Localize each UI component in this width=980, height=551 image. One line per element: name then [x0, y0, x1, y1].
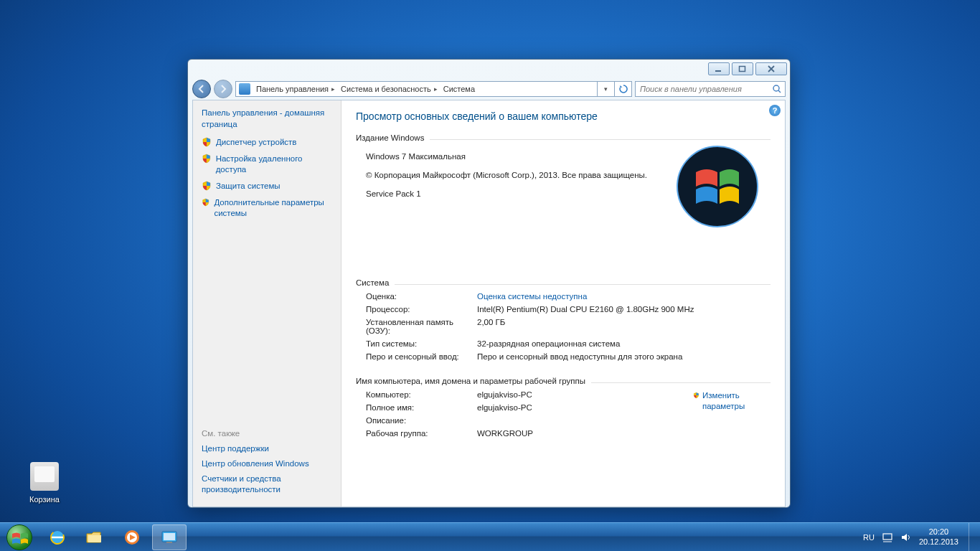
desktop: Корзина Панель управления Система и безо… — [0, 0, 980, 551]
type-value: 32-разрядная операционная система — [477, 339, 771, 348]
system-title: Система — [356, 278, 389, 287]
breadcrumb-group[interactable]: Система и безопасность — [338, 82, 440, 96]
show-desktop-button[interactable] — [969, 523, 977, 552]
folder-icon — [85, 529, 105, 546]
breadcrumb-root[interactable]: Панель управления — [253, 82, 338, 96]
windows-edition-section: Издание Windows Windows 7 Максимальная ©… — [356, 133, 771, 270]
content-pane: ? Просмотр основных сведений о вашем ком… — [341, 100, 785, 507]
maximize-button[interactable] — [732, 62, 753, 75]
media-player-icon — [122, 529, 142, 546]
fullname-label: Полное имя: — [366, 403, 477, 412]
see-also-section: См. также Центр поддержки Центр обновлен… — [202, 429, 332, 499]
svg-rect-7 — [88, 535, 101, 542]
address-bar[interactable]: Панель управления Система и безопасность… — [235, 81, 632, 97]
taskbar-control-panel-button[interactable] — [152, 524, 187, 550]
taskbar: RU 20:20 20.12.2013 — [0, 522, 980, 551]
navigation-bar: Панель управления Система и безопасность… — [188, 78, 790, 100]
svg-rect-12 — [166, 542, 172, 543]
system-protection-link[interactable]: Защита системы — [202, 181, 332, 192]
clock-date: 20.12.2013 — [919, 537, 958, 547]
control-panel-home-link[interactable]: Панель управления - домашняя страница — [202, 108, 332, 130]
clock-time: 20:20 — [919, 527, 958, 537]
type-label: Тип системы: — [366, 339, 477, 348]
close-button[interactable] — [755, 62, 787, 75]
start-orb-icon — [6, 524, 32, 550]
back-button[interactable] — [192, 80, 211, 98]
taskbar-wmp-button[interactable] — [115, 524, 149, 550]
remote-settings-link[interactable]: Настройка удаленного доступа — [202, 154, 332, 175]
pen-value: Перо и сенсорный ввод недоступны для это… — [477, 352, 771, 361]
search-input[interactable] — [636, 85, 769, 93]
trash-icon — [30, 462, 59, 491]
system-window: Панель управления Система и безопасность… — [187, 59, 791, 508]
system-section: Система Оценка:Оценка системы недоступна… — [356, 278, 771, 368]
see-also-title: См. также — [202, 429, 332, 438]
device-manager-link[interactable]: Диспетчер устройств — [202, 137, 332, 148]
cpu-value: Intel(R) Pentium(R) Dual CPU E2160 @ 1.8… — [477, 305, 771, 314]
ie-icon — [47, 529, 67, 546]
help-icon[interactable]: ? — [769, 105, 781, 116]
start-button[interactable] — [0, 523, 39, 552]
change-settings-label: Изменить параметры — [702, 390, 755, 411]
change-settings-link[interactable]: Изменить параметры — [693, 390, 755, 411]
search-box[interactable] — [635, 81, 786, 97]
workgroup-value: WORKGROUP — [477, 429, 771, 438]
control-panel-icon — [239, 83, 250, 95]
recycle-bin-icon[interactable]: Корзина — [23, 462, 66, 505]
volume-tray-icon[interactable] — [900, 532, 912, 543]
action-center-link[interactable]: Центр поддержки — [202, 443, 332, 454]
computer-label: Компьютер: — [366, 390, 477, 399]
computer-name-section: Имя компьютера, имя домена и параметры р… — [356, 377, 771, 445]
system-tray: RU 20:20 20.12.2013 — [860, 523, 980, 551]
titlebar[interactable] — [188, 60, 790, 78]
pen-label: Перо и сенсорный ввод: — [366, 352, 477, 361]
system-protection-label: Защита системы — [216, 181, 281, 192]
windows-update-link[interactable]: Центр обновления Windows — [202, 458, 332, 469]
search-icon[interactable] — [769, 84, 785, 94]
shield-icon — [202, 154, 212, 164]
windows-logo-icon — [674, 143, 760, 230]
perfmon-link[interactable]: Счетчики и средства производительности — [202, 474, 332, 495]
minimize-button[interactable] — [708, 62, 730, 75]
shield-icon — [202, 181, 212, 191]
advanced-settings-link[interactable]: Дополнительные параметры системы — [202, 197, 332, 219]
svg-point-2 — [773, 85, 779, 91]
taskbar-ie-button[interactable] — [40, 524, 75, 550]
taskbar-explorer-button[interactable] — [77, 524, 112, 550]
language-indicator[interactable]: RU — [863, 533, 875, 542]
breadcrumb-page[interactable]: Система — [440, 82, 478, 96]
remote-settings-label: Настройка удаленного доступа — [216, 154, 332, 175]
advanced-settings-label: Дополнительные параметры системы — [214, 197, 332, 219]
forward-button[interactable] — [214, 80, 232, 98]
recycle-bin-label: Корзина — [29, 495, 60, 504]
desc-value — [477, 416, 771, 425]
system-icon — [159, 529, 179, 546]
rating-value-link[interactable]: Оценка системы недоступна — [477, 292, 771, 301]
refresh-button[interactable] — [614, 82, 631, 96]
sidebar: Панель управления - домашняя страница Ди… — [193, 100, 341, 507]
svg-rect-0 — [715, 70, 721, 72]
breadcrumb-dropdown-button[interactable]: ▾ — [597, 82, 614, 96]
rating-label: Оценка: — [366, 292, 477, 301]
shield-icon — [202, 137, 212, 147]
svg-rect-11 — [164, 533, 175, 540]
device-manager-label: Диспетчер устройств — [216, 137, 296, 148]
edition-title: Издание Windows — [356, 133, 424, 142]
ram-label: Установленная память (ОЗУ): — [366, 318, 477, 335]
svg-rect-1 — [740, 67, 745, 72]
shield-icon — [693, 390, 699, 400]
svg-rect-13 — [883, 534, 892, 540]
ram-value: 2,00 ГБ — [477, 318, 771, 335]
page-title: Просмотр основных сведений о вашем компь… — [356, 110, 771, 122]
action-center-tray-icon[interactable] — [882, 532, 893, 543]
cpu-label: Процессор: — [366, 305, 477, 314]
clock[interactable]: 20:20 20.12.2013 — [919, 527, 961, 547]
workgroup-label: Рабочая группа: — [366, 429, 477, 438]
shield-icon — [202, 197, 209, 207]
domain-title: Имя компьютера, имя домена и параметры р… — [356, 377, 585, 385]
desc-label: Описание: — [366, 416, 477, 425]
